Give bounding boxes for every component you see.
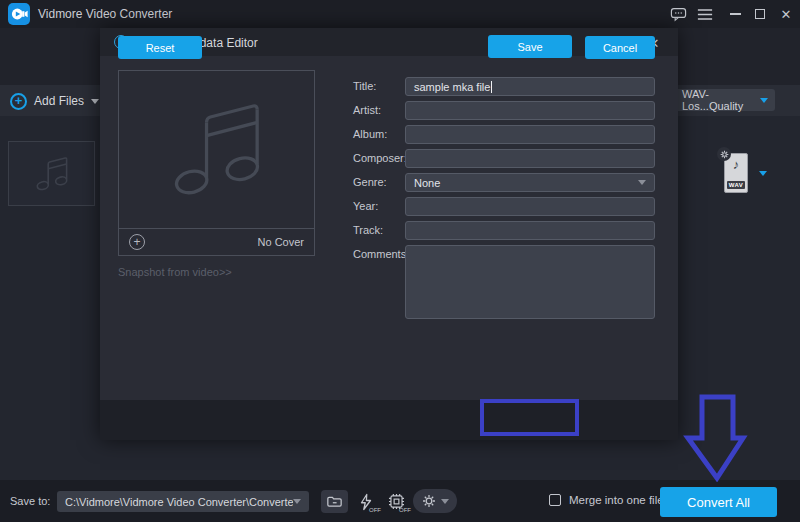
comments-textarea[interactable] [405,245,655,319]
off-label: OFF [369,507,381,513]
plus-circle-icon: + [10,93,27,110]
title-value: sample mka file [414,81,490,93]
chevron-down-icon [293,499,301,504]
save-path-value: C:\Vidmore\Vidmore Video Converter\Conve… [65,496,293,508]
artist-input[interactable] [405,101,655,120]
settings-button[interactable] [413,489,457,513]
album-input[interactable] [405,125,655,144]
convert-all-button[interactable]: Convert All [660,487,777,517]
reset-button[interactable]: Reset [118,36,202,59]
output-format-dropdown[interactable]: WAV-Los...Quality [675,89,775,111]
output-expand-chevron-icon[interactable] [759,171,767,176]
album-label: Album: [353,125,387,144]
gear-icon [422,494,436,508]
save-path-dropdown[interactable]: C:\Vidmore\Vidmore Video Converter\Conve… [57,491,309,512]
feedback-icon[interactable] [668,4,688,24]
close-button[interactable]: ✕ [776,4,796,24]
add-files-button[interactable]: + Add Files [10,90,99,112]
output-format-label: WAV-Los...Quality [682,88,760,112]
music-note-icon [162,95,272,205]
gpu-acceleration-toggle[interactable]: OFF [383,489,409,514]
genre-dropdown[interactable]: None [405,173,655,192]
chevron-down-icon [91,99,99,104]
wav-format-badge: WAV [727,181,746,189]
media-file-thumbnail[interactable] [8,141,95,206]
comments-label: Comments: [353,245,409,264]
checkbox-icon [549,494,561,506]
composer-input[interactable] [405,149,655,168]
album-cover-panel: + No Cover [118,70,315,256]
title-label: Title: [353,77,376,96]
music-note-icon [32,154,72,194]
maximize-button[interactable] [750,4,770,24]
off-label: OFF [399,507,411,513]
composer-label: Composer: [353,149,407,168]
folder-icon [326,494,343,509]
chevron-down-icon [638,180,646,185]
text-cursor [491,81,492,93]
add-cover-button[interactable]: + [129,234,145,250]
chevron-down-icon [760,98,768,103]
cover-placeholder [119,71,314,228]
app-logo-icon [8,3,30,25]
dialog-footer [100,400,678,440]
track-label: Track: [353,221,383,240]
merge-label: Merge into one file [569,494,664,506]
save-button[interactable]: Save [488,35,572,58]
open-folder-button[interactable] [321,490,348,513]
window-title: Vidmore Video Converter [38,7,172,21]
no-cover-label: No Cover [258,236,304,248]
music-note-icon: ♪ [733,157,740,172]
menu-icon[interactable] [695,4,715,24]
merge-into-one-file-checkbox[interactable]: Merge into one file [549,494,664,506]
minimize-button[interactable] [725,4,745,24]
artist-label: Artist: [353,101,381,120]
output-settings-gear-icon[interactable] [717,147,731,161]
snapshot-from-video-link[interactable]: Snapshot from video>> [118,266,232,278]
year-label: Year: [353,197,378,216]
genre-value: None [414,177,440,189]
title-input[interactable]: sample mka file [405,77,655,96]
save-to-label: Save to: [10,495,50,507]
media-metadata-editor-dialog: i Media Metadata Editor ✕ + No Cover Sna… [100,28,678,440]
cancel-button[interactable]: Cancel [585,36,655,59]
chevron-down-icon [441,499,449,504]
add-files-label: Add Files [34,94,84,108]
vidmore-video-converter-window: Vidmore Video Converter ✕ + Add Files WA… [0,0,800,522]
cover-actions-strip: + No Cover [119,228,314,255]
year-input[interactable] [405,197,655,216]
track-input[interactable] [405,221,655,240]
genre-label: Genre: [353,173,387,192]
hardware-acceleration-toggle[interactable]: OFF [353,489,379,514]
